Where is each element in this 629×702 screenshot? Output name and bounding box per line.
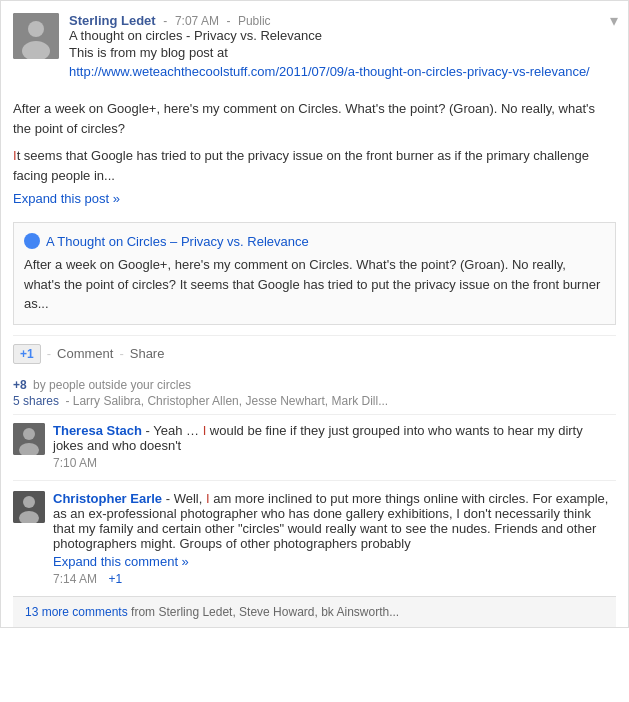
post-card: Sterling Ledet - 7:07 AM - Public A thou…	[0, 0, 629, 628]
post-link[interactable]: http://www.weteachthecoolstuff.com/2011/…	[69, 64, 616, 79]
action-separator-1: -	[47, 346, 51, 361]
post-body-para2: It seems that Google has tried to put th…	[13, 146, 616, 185]
comment-highlight-1: I	[203, 423, 207, 438]
author-avatar	[13, 13, 59, 59]
post-visibility: Public	[238, 14, 271, 28]
comment-content-2: Christopher Earle - Well, I am more incl…	[53, 491, 616, 586]
comment-row-2: Christopher Earle - Well, I am more incl…	[13, 491, 616, 586]
comment-content-1: Theresa Stach - Yeah … I would be fine i…	[53, 423, 616, 470]
svg-point-1	[28, 21, 44, 37]
svg-point-4	[23, 428, 35, 440]
comment-text-2: Christopher Earle - Well, I am more incl…	[53, 491, 616, 551]
plus-count-line: +8 by people outside your circles	[13, 378, 616, 392]
comment-avatar-img-2	[13, 491, 45, 523]
comment-action-link[interactable]: Comment	[57, 346, 113, 361]
social-stats: +8 by people outside your circles 5 shar…	[13, 372, 616, 415]
plus-count-value: +8	[13, 378, 27, 392]
comment-time-2: 7:14 AM +1	[53, 572, 616, 586]
comment-plusone-2[interactable]: +1	[108, 572, 122, 586]
comment-highlight-2: I	[206, 491, 210, 506]
more-comments-bar: 13 more comments from Sterling Ledet, St…	[13, 596, 616, 627]
comment-author-1[interactable]: Theresa Stach	[53, 423, 142, 438]
link-preview-body: After a week on Google+, here's my comme…	[24, 255, 605, 314]
comment-time-1: 7:10 AM	[53, 456, 616, 470]
plus-one-button[interactable]: +1	[13, 344, 41, 364]
shares-count-link[interactable]: 5 shares	[13, 394, 59, 408]
plus-one-icon: +1	[20, 347, 34, 361]
post-header: Sterling Ledet - 7:07 AM - Public A thou…	[13, 13, 616, 89]
post-title: A thought on circles - Privacy vs. Relev…	[69, 28, 616, 43]
avatar-image	[13, 13, 59, 59]
more-comments-link[interactable]: 13 more comments	[25, 605, 131, 619]
post-time-sep: -	[227, 14, 234, 28]
comments-section: Theresa Stach - Yeah … I would be fine i…	[13, 415, 616, 586]
share-action-link[interactable]: Share	[130, 346, 165, 361]
link-preview-icon	[24, 233, 40, 249]
expand-comment-link[interactable]: Expand this comment »	[53, 554, 189, 569]
link-preview-title-link[interactable]: A Thought on Circles – Privacy vs. Relev…	[24, 233, 605, 249]
post-source: This is from my blog post at	[69, 45, 616, 60]
svg-point-7	[23, 496, 35, 508]
post-meta: Sterling Ledet - 7:07 AM - Public A thou…	[69, 13, 616, 89]
shares-text: Larry Salibra, Christopher Allen, Jesse …	[73, 394, 388, 408]
comment-text-1: Theresa Stach - Yeah … I would be fine i…	[53, 423, 616, 453]
post-body-para1: After a week on Google+, here's my comme…	[13, 99, 616, 138]
comment-row: Theresa Stach - Yeah … I would be fine i…	[13, 423, 616, 481]
action-separator-2: -	[119, 346, 123, 361]
shares-line: 5 shares - Larry Salibra, Christopher Al…	[13, 394, 616, 408]
expand-post-link[interactable]: Expand this post »	[13, 191, 120, 206]
comment-sep-2: -	[166, 491, 174, 506]
post-dropdown-button[interactable]: ▾	[610, 11, 618, 30]
comment-avatar-1	[13, 423, 45, 455]
link-preview: A Thought on Circles – Privacy vs. Relev…	[13, 222, 616, 325]
shares-sep: -	[65, 394, 72, 408]
post-time: -	[163, 14, 167, 28]
author-name[interactable]: Sterling Ledet	[69, 13, 156, 28]
comment-avatar-2	[13, 491, 45, 523]
post-time-value: 7:07 AM	[175, 14, 219, 28]
action-bar: +1 - Comment - Share	[13, 335, 616, 372]
plus-count-text: by people outside your circles	[33, 378, 191, 392]
comment-avatar-img-1	[13, 423, 45, 455]
comment-author-2[interactable]: Christopher Earle	[53, 491, 162, 506]
